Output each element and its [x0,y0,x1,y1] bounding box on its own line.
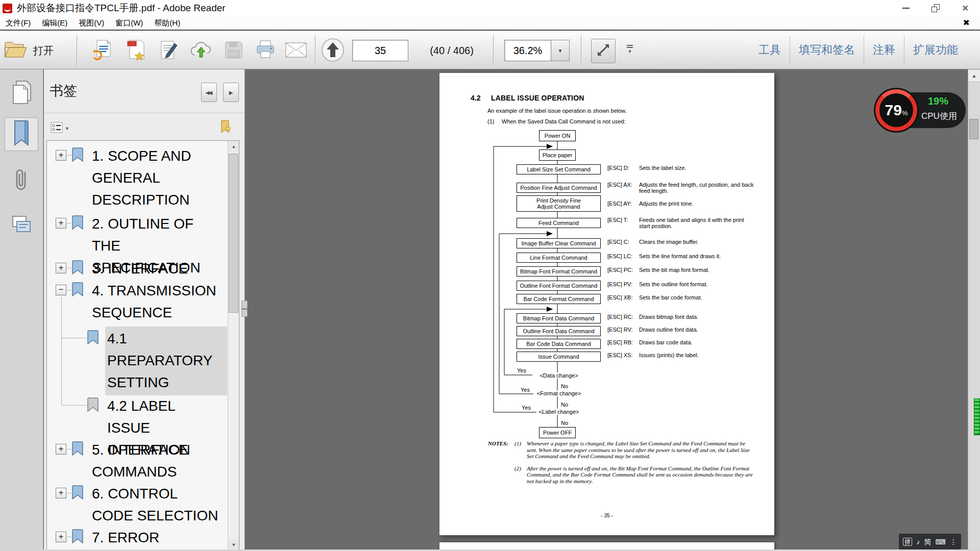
bookmark-scrollbar[interactable]: ▲ ▼ [228,141,239,550]
tree-connector [67,493,71,493]
menu-item-3[interactable]: 窗口(W) [110,16,149,30]
esc-code: [ESC] PC: [607,267,639,273]
menu-items: 文件(F)编辑(E)视图(V)窗口(W)帮助(H) [0,16,186,30]
bookmark-item-label[interactable]: 3. INTERFACE [92,258,222,280]
close-button[interactable]: ✕ [950,0,980,16]
bookmark-item-label[interactable]: 4. TRANSMISSION SEQUENCE [92,280,222,323]
menu-item-2[interactable]: 视图(V) [73,16,110,30]
tree-connector [67,290,71,290]
zoom-input[interactable] [504,40,551,61]
menu-item-0[interactable]: 文件(F) [0,16,36,30]
bookmark-ribbon-icon[interactable] [87,397,100,412]
create-pdf-button[interactable] [124,39,148,63]
bookmark-item-label[interactable]: 6. CONTROL CODE SELECTION [92,483,222,527]
locate-current-bookmark-button[interactable] [218,120,233,136]
chevron-down-icon: ▼ [628,49,632,54]
toolbar-tab-2[interactable]: 注释 [864,42,904,58]
restore-button[interactable] [921,0,950,16]
bookmark-item-label[interactable]: 1. SCOPE AND GENERAL DESCRIPTION [92,145,222,211]
toolbar-overflow-button[interactable]: ▼ [624,45,636,57]
toolbar-divider [581,35,581,66]
bookmark-ribbon-icon[interactable] [71,529,84,543]
page-number-input[interactable] [352,40,408,61]
scroll-down-button[interactable]: ▼ [228,539,239,550]
bookmark-expander[interactable]: + [56,150,66,161]
menu-item-4[interactable]: 帮助(H) [149,16,186,30]
options-list-icon [51,122,63,135]
cloud-upload-button[interactable] [189,39,213,63]
panel-resize-grip[interactable] [241,300,248,317]
bookmark-ribbon-icon[interactable] [87,330,100,344]
flow-description: [ESC] AX:Adjusts the feed length, cut po… [607,182,761,194]
bookmark-item-label[interactable]: 4.1 PREPARATORY SETTING [105,327,227,395]
bookmark-item-label[interactable]: 5. INTERFACE COMMANDS [92,439,222,483]
cloud-upload-icon [190,40,212,62]
ime-toolbar[interactable]: 拼♪简⌨⋮ [899,534,961,549]
toolbar-tab-1[interactable]: 填写和签名 [790,42,864,58]
close-document-icon[interactable]: ✖ [963,18,970,28]
sign-button[interactable] [156,39,181,63]
cpu-caption: CPU使用 [921,110,957,122]
bookmark-ribbon-icon[interactable] [71,282,84,296]
esc-code: [ESC] D: [607,165,639,171]
bookmark-item-label[interactable]: 7. ERROR [92,527,222,548]
bookmark-ribbon-icon[interactable] [71,260,84,274]
toolbar-tab-3[interactable]: 扩展功能 [904,42,967,58]
email-button[interactable] [284,39,308,63]
bookmark-ribbon-icon[interactable] [71,215,84,230]
attachments-button[interactable] [5,164,38,198]
ime-icon-1[interactable]: ♪ [916,538,920,545]
collapse-panel-button[interactable]: ◀◀ [201,83,217,102]
esc-code: [ESC] AY: [607,201,639,207]
ime-icon-2[interactable]: 简 [924,538,931,545]
email-icon [285,42,307,60]
chevron-down-icon: ▼ [558,48,563,54]
print-button[interactable] [253,39,278,63]
scrollbar-thumb[interactable] [969,119,978,139]
content-scrollbar[interactable]: ▲ [968,69,980,551]
cpu-monitor-widget[interactable]: 79 % 19% CPU使用 [874,88,966,133]
scroll-up-button[interactable]: ▲ [228,141,239,152]
bookmark-ribbon-icon[interactable] [71,441,84,456]
scrollbar-thumb[interactable] [229,154,238,313]
flow-description: [ESC] XB:Sets the bar code format. [607,295,761,301]
page-up-button[interactable] [321,39,345,63]
bookmark-expander[interactable]: − [56,285,66,295]
chevron-down-icon: ▼ [65,126,69,131]
bookmark-expander[interactable]: + [56,263,66,273]
menu-item-1[interactable]: 编辑(E) [36,16,73,30]
ime-icon-4[interactable]: ⋮ [950,538,957,545]
bookmark-expander[interactable]: + [56,444,66,455]
open-button-label: 打开 [33,44,54,58]
bookmark-ribbon-icon[interactable] [71,485,84,499]
bookmarks-panel: 书签 ◀◀ ▶ ▼ +1. SCOPE AND GENERAL DESCRIPT… [44,69,245,551]
fit-window-button[interactable] [591,39,616,63]
ime-icon-0[interactable]: 拼 [903,538,912,546]
scroll-position-marker[interactable] [974,398,980,435]
page-thumbnails-button[interactable] [5,77,38,110]
zoom-dropdown-button[interactable]: ▼ [551,40,570,61]
layers-button[interactable] [5,210,38,244]
expand-panel-button[interactable]: ▶ [223,83,239,102]
toolbar-tab-0[interactable]: 工具 [750,42,790,58]
bookmarks-panel-button[interactable] [5,117,38,151]
bookmark-expander[interactable]: + [56,218,66,229]
bookmark-expander[interactable]: + [56,488,66,498]
bookmark-ribbon-icon[interactable] [71,147,84,162]
flow-box: Image Buffer Clear Command [517,238,601,248]
minimize-button[interactable] [891,0,921,16]
bookmark-options-button[interactable]: ▼ [48,120,79,136]
export-pdf-button[interactable] [90,39,114,63]
flow-box: Outline Font Format Command [517,281,601,291]
flow-box: Bar Code Data Command [517,339,601,349]
scroll-up-button[interactable]: ▲ [968,70,980,82]
flow-decision: <Data change> [521,372,597,379]
bookmark-expander[interactable]: + [56,532,66,542]
flow-connectors [439,73,774,535]
esc-description: Draws outline font data. [639,327,754,333]
save-button[interactable] [222,39,246,63]
open-button[interactable]: 打开 [4,38,66,63]
flow-decision: <Format change> [521,390,597,396]
flow-decision-label: <Data change> [538,372,579,379]
ime-icon-3[interactable]: ⌨ [936,538,946,545]
